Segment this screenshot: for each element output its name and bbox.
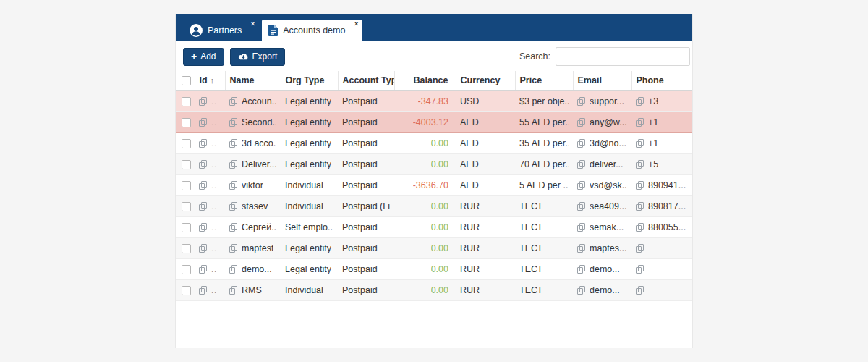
- cell-text: 5 AED per ...: [519, 180, 569, 190]
- row-checkbox[interactable]: [182, 181, 191, 190]
- column-header-balance[interactable]: Balance: [394, 71, 456, 90]
- table-row[interactable]: ..Сергей...Self emplo...Postpaid0.00RURТ…: [176, 216, 692, 237]
- column-label: Id: [200, 75, 208, 85]
- phone-cell: +1: [631, 111, 692, 132]
- search-input[interactable]: [556, 47, 690, 66]
- copy-icon[interactable]: [636, 97, 644, 106]
- copy-icon[interactable]: [199, 286, 207, 295]
- copy-icon[interactable]: [636, 118, 644, 127]
- row-checkbox[interactable]: [182, 265, 191, 274]
- name-cell: Сергей...: [225, 216, 281, 237]
- copy-icon[interactable]: [577, 139, 585, 148]
- cell-text: ТЕСТ: [519, 243, 542, 253]
- balance-cell: 0.00: [394, 132, 456, 153]
- copy-icon[interactable]: [577, 265, 585, 274]
- org-type-cell: Legal entity: [281, 90, 338, 111]
- row-checkbox[interactable]: [182, 286, 191, 295]
- cell-text: Postpaid (Lig...: [342, 201, 390, 211]
- copy-icon[interactable]: [199, 244, 207, 253]
- copy-icon[interactable]: [229, 223, 237, 232]
- select-all-checkbox[interactable]: [182, 76, 191, 85]
- table-row[interactable]: ..demo...Legal entityPostpaid0.00RURТЕСТ…: [176, 258, 692, 279]
- row-checkbox[interactable]: [182, 244, 191, 253]
- close-icon[interactable]: ✕: [354, 21, 359, 28]
- copy-icon[interactable]: [229, 118, 237, 127]
- table-row[interactable]: ..Deliver...Legal entityPostpaid0.00AED7…: [176, 153, 692, 174]
- org-type-cell: Individual: [281, 279, 338, 300]
- copy-icon[interactable]: [577, 97, 585, 106]
- copy-icon[interactable]: [577, 286, 585, 295]
- copy-icon[interactable]: [199, 223, 207, 232]
- copy-icon[interactable]: [199, 160, 207, 169]
- table-row[interactable]: ..stasevIndividualPostpaid (Lig...0.00RU…: [176, 195, 692, 216]
- copy-icon[interactable]: [636, 181, 644, 190]
- cell-text: 3d acco...: [242, 138, 276, 148]
- copy-icon[interactable]: [199, 265, 207, 274]
- export-button[interactable]: Export: [230, 48, 286, 66]
- column-header-phone[interactable]: Phone: [631, 71, 692, 90]
- table-row[interactable]: ..3d acco...Legal entityPostpaid0.00AED3…: [176, 132, 692, 153]
- copy-icon[interactable]: [636, 223, 644, 232]
- account-type-cell: Postpaid: [338, 258, 394, 279]
- column-header-name[interactable]: Name: [225, 71, 281, 90]
- copy-icon[interactable]: [229, 139, 237, 148]
- row-checkbox[interactable]: [182, 139, 191, 148]
- copy-icon[interactable]: [636, 139, 644, 148]
- copy-icon[interactable]: [577, 244, 585, 253]
- copy-icon[interactable]: [229, 244, 237, 253]
- copy-icon[interactable]: [577, 118, 585, 127]
- row-checkbox[interactable]: [182, 97, 191, 106]
- copy-icon[interactable]: [199, 181, 207, 190]
- copy-icon[interactable]: [199, 97, 207, 106]
- phone-cell: 880055...: [631, 216, 692, 237]
- copy-icon[interactable]: [577, 223, 585, 232]
- phone-cell: [631, 237, 692, 258]
- copy-icon[interactable]: [229, 286, 237, 295]
- copy-icon[interactable]: [199, 202, 207, 211]
- table-row[interactable]: ..Second...Legal entityPostpaid-4003.12A…: [176, 111, 692, 132]
- table-row[interactable]: ..Accoun...Legal entityPostpaid-347.83US…: [176, 90, 692, 111]
- copy-icon[interactable]: [229, 265, 237, 274]
- cell-text: AED: [460, 117, 479, 127]
- copy-icon[interactable]: [577, 160, 585, 169]
- tab-partners[interactable]: Partners ✕: [183, 20, 259, 41]
- close-icon[interactable]: ✕: [250, 21, 256, 28]
- table-row[interactable]: ..viktorIndividualPostpaid-3636.70AED5 A…: [176, 174, 692, 195]
- phone-cell: [631, 258, 692, 279]
- copy-icon[interactable]: [229, 181, 237, 190]
- column-header-currency[interactable]: Currency: [456, 71, 515, 90]
- cell-text: ..: [211, 244, 217, 253]
- copy-icon[interactable]: [636, 202, 644, 211]
- copy-icon[interactable]: [577, 181, 585, 190]
- row-checkbox[interactable]: [182, 118, 191, 127]
- copy-icon[interactable]: [636, 244, 644, 253]
- tab-accounts-demo[interactable]: Accounts demo ✕: [262, 20, 362, 41]
- search-area: Search:: [519, 47, 690, 66]
- column-header-id[interactable]: Id↑: [195, 71, 225, 90]
- add-button[interactable]: + Add: [183, 48, 224, 66]
- copy-icon[interactable]: [229, 202, 237, 211]
- accounts-table: Id↑ Name Org Type Account Type Balance C…: [176, 71, 692, 301]
- column-header-email[interactable]: Email: [573, 71, 631, 90]
- copy-icon[interactable]: [229, 160, 237, 169]
- copy-icon[interactable]: [229, 97, 237, 106]
- copy-icon[interactable]: [636, 286, 644, 295]
- price-cell: 70 AED per...: [515, 153, 573, 174]
- column-header-org-type[interactable]: Org Type: [281, 71, 338, 90]
- table-row[interactable]: ..maptestLegal entityPostpaid0.00RURТЕСТ…: [176, 237, 692, 258]
- column-header-price[interactable]: Price: [515, 71, 573, 90]
- account-type-cell: Postpaid: [338, 90, 394, 111]
- copy-icon[interactable]: [636, 160, 644, 169]
- row-checkbox[interactable]: [182, 160, 191, 169]
- cell-text: ..: [211, 118, 217, 127]
- copy-icon[interactable]: [199, 139, 207, 148]
- column-header-account-type[interactable]: Account Type: [338, 71, 394, 90]
- copy-icon[interactable]: [636, 265, 644, 274]
- copy-icon[interactable]: [577, 202, 585, 211]
- table-row[interactable]: ..RMSIndividualPostpaid0.00RURТЕСТdemo..…: [176, 279, 692, 300]
- currency-cell: USD: [456, 90, 515, 111]
- row-checkbox[interactable]: [182, 223, 191, 232]
- row-checkbox[interactable]: [182, 202, 191, 211]
- copy-icon[interactable]: [199, 118, 207, 127]
- select-all-header: [176, 71, 195, 90]
